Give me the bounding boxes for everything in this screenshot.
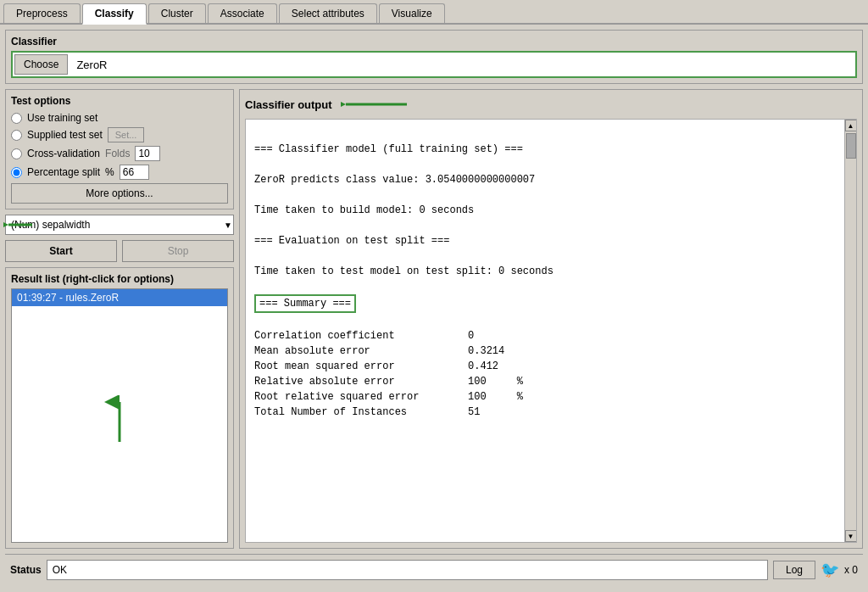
scrollbar-track: ▲ ▼: [844, 120, 856, 542]
status-label: Status: [10, 564, 42, 576]
x-count: x 0: [844, 564, 858, 576]
log-button[interactable]: Log: [773, 561, 815, 579]
result-list-title: Result list (right-click for options): [11, 273, 228, 285]
test-options-box: Test options Use training set Supplied t…: [5, 89, 234, 209]
radio-percentage-split[interactable]: [11, 167, 22, 178]
output-text[interactable]: === Classifier model (full training set)…: [246, 120, 844, 542]
summary-highlight: === Summary ===: [254, 294, 356, 313]
option-cross-validation: Cross-validation Folds 10: [11, 146, 228, 161]
attribute-dropdown[interactable]: (Num) sepalwidth: [5, 215, 234, 235]
result-list-inner: 01:39:27 - rules.ZeroR: [11, 288, 228, 543]
tab-cluster[interactable]: Cluster: [148, 3, 206, 23]
tab-classify[interactable]: Classify: [82, 3, 147, 25]
attribute-dropdown-container: (Num) sepalwidth ▼: [5, 215, 234, 235]
start-button[interactable]: Start: [5, 240, 117, 262]
folds-label: Folds: [105, 148, 130, 159]
status-value: OK: [47, 560, 768, 580]
output-arrow-icon: [341, 95, 409, 114]
option-use-training: Use training set: [11, 112, 228, 124]
classifier-section: Classifier Choose ZeroR: [5, 30, 863, 84]
tab-select-attributes[interactable]: Select attributes: [279, 3, 377, 23]
classifier-row: Choose ZeroR: [11, 51, 857, 78]
set-button[interactable]: Set...: [108, 127, 145, 142]
folds-input[interactable]: 10: [135, 146, 160, 161]
test-options-title: Test options: [11, 95, 228, 107]
output-header-row: Classifier output: [245, 95, 857, 114]
tab-visualize[interactable]: Visualize: [379, 3, 445, 23]
tab-associate[interactable]: Associate: [208, 3, 277, 23]
label-supplied-test: Supplied test set: [27, 129, 103, 141]
result-item[interactable]: 01:39:27 - rules.ZeroR: [12, 289, 227, 306]
output-scroll-area: === Classifier model (full training set)…: [245, 119, 857, 543]
scrollbar-down-button[interactable]: ▼: [845, 530, 857, 542]
stop-button[interactable]: Stop: [122, 240, 234, 262]
up-arrow-container: [12, 306, 227, 535]
up-arrow-icon: [103, 395, 136, 446]
option-supplied-test: Supplied test set Set...: [11, 127, 228, 142]
classifier-output-panel: Classifier output === Classifier model (…: [239, 89, 863, 549]
dropdown-green-arrow-icon: [3, 215, 34, 234]
classifier-label: Classifier: [11, 36, 857, 47]
radio-supplied-test[interactable]: [11, 130, 22, 141]
weka-bird-icon: 🐦: [821, 561, 839, 579]
start-stop-row: Start Stop: [5, 240, 234, 262]
output-title: Classifier output: [245, 98, 332, 111]
more-options-button[interactable]: More options...: [11, 183, 228, 204]
label-use-training: Use training set: [27, 112, 97, 124]
label-cross-validation: Cross-validation: [27, 148, 100, 159]
percent-input[interactable]: [120, 165, 149, 180]
stats-area: Correlation coefficient 0 Mean absolute …: [254, 330, 523, 418]
tab-bar: Preprocess Classify Cluster Associate Se…: [0, 0, 868, 25]
option-percentage-split: Percentage split %: [11, 165, 228, 180]
percent-symbol: %: [105, 166, 114, 178]
radio-cross-validation[interactable]: [11, 148, 22, 159]
result-list-box: Result list (right-click for options) 01…: [5, 267, 234, 549]
middle-section: Test options Use training set Supplied t…: [5, 89, 863, 549]
left-panel: Test options Use training set Supplied t…: [5, 89, 234, 549]
classifier-name: ZeroR: [73, 57, 854, 73]
status-bar: Status OK Log 🐦 x 0: [5, 554, 863, 584]
output-content: === Classifier model (full training set)…: [254, 143, 554, 277]
choose-button[interactable]: Choose: [14, 54, 68, 75]
scrollbar-thumb[interactable]: [846, 133, 856, 159]
label-percentage-split: Percentage split: [27, 166, 100, 178]
scrollbar-up-button[interactable]: ▲: [845, 120, 857, 131]
main-content: Classifier Choose ZeroR Test options Use…: [0, 25, 868, 589]
tab-preprocess[interactable]: Preprocess: [3, 3, 81, 23]
radio-use-training[interactable]: [11, 113, 22, 124]
